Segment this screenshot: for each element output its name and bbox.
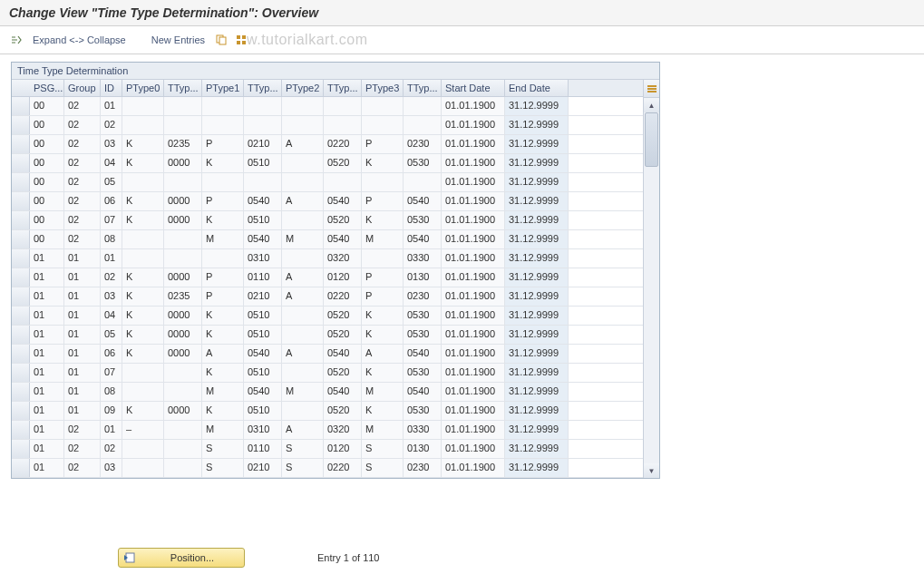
cell-psg[interactable]: 01 [30, 440, 64, 458]
cell-id[interactable]: 06 [101, 192, 122, 210]
row-selector[interactable] [12, 249, 30, 268]
cell-tt2[interactable]: 0540 [324, 383, 362, 401]
cell-sd[interactable]: 01.01.1900 [442, 383, 505, 401]
cell-tt3[interactable]: 0530 [404, 402, 442, 420]
cell-tt0[interactable] [164, 440, 202, 458]
cell-sd[interactable]: 01.01.1900 [442, 211, 505, 229]
cell-pt3[interactable]: M [362, 230, 404, 248]
cell-tt2[interactable]: 0520 [324, 402, 362, 420]
cell-tt3[interactable] [404, 116, 442, 134]
cell-sd[interactable]: 01.01.1900 [442, 364, 505, 382]
cell-group[interactable]: 01 [64, 402, 101, 420]
cell-pt3[interactable]: S [362, 440, 404, 458]
cell-tt2[interactable] [324, 173, 362, 191]
cell-psg[interactable]: 01 [30, 402, 64, 420]
cell-psg[interactable]: 00 [30, 192, 64, 210]
cell-pt1[interactable]: K [202, 211, 244, 229]
cell-group[interactable]: 01 [64, 326, 101, 344]
cell-ed[interactable]: 31.12.9999 [505, 383, 569, 401]
cell-ed[interactable]: 31.12.9999 [505, 211, 569, 229]
row-selector[interactable] [12, 459, 30, 477]
cell-pt3[interactable]: K [362, 154, 404, 172]
cell-tt0[interactable]: 0000 [164, 192, 202, 210]
cell-pt0[interactable] [122, 364, 164, 382]
cell-pt1[interactable]: P [202, 135, 244, 153]
cell-tt2[interactable]: 0220 [324, 287, 362, 306]
cell-tt1[interactable]: 0210 [244, 287, 282, 306]
col-ptype3[interactable]: PType3 [362, 80, 404, 96]
cell-pt0[interactable]: K [122, 135, 164, 153]
cell-tt1[interactable]: 0540 [244, 192, 282, 210]
cell-tt0[interactable]: 0000 [164, 345, 202, 363]
cell-pt3[interactable]: A [362, 345, 404, 363]
cell-pt3[interactable] [362, 249, 404, 268]
cell-pt0[interactable] [122, 116, 164, 134]
cell-tt1[interactable]: 0510 [244, 364, 282, 382]
cell-group[interactable]: 02 [64, 173, 101, 191]
cell-pt3[interactable]: K [362, 326, 404, 344]
cell-id[interactable]: 08 [101, 383, 122, 401]
cell-pt0[interactable] [122, 173, 164, 191]
row-selector[interactable] [12, 116, 30, 134]
cell-pt0[interactable]: K [122, 345, 164, 363]
column-config-icon[interactable] [644, 80, 659, 98]
cell-tt3[interactable]: 0530 [404, 307, 442, 325]
row-selector[interactable] [12, 364, 30, 382]
cell-pt3[interactable] [362, 97, 404, 115]
col-ttype1[interactable]: TTyp... [244, 80, 282, 96]
cell-pt2[interactable]: M [282, 230, 324, 248]
cell-pt2[interactable]: A [282, 192, 324, 210]
cell-tt3[interactable]: 0130 [404, 440, 442, 458]
cell-tt2[interactable]: 0120 [324, 440, 362, 458]
position-button[interactable]: Position... [118, 548, 245, 568]
cell-pt0[interactable] [122, 249, 164, 268]
cell-tt1[interactable]: 0510 [244, 326, 282, 344]
cell-tt3[interactable]: 0230 [404, 459, 442, 477]
cell-pt0[interactable]: K [122, 326, 164, 344]
cell-psg[interactable]: 00 [30, 97, 64, 115]
row-selector[interactable] [12, 154, 30, 172]
cell-tt0[interactable] [164, 364, 202, 382]
cell-tt3[interactable]: 0530 [404, 326, 442, 344]
cell-tt1[interactable]: 0540 [244, 230, 282, 248]
cell-pt3[interactable]: K [362, 307, 404, 325]
cell-pt2[interactable] [282, 116, 324, 134]
cell-tt1[interactable] [244, 173, 282, 191]
cell-id[interactable]: 03 [101, 135, 122, 153]
cell-tt1[interactable]: 0510 [244, 211, 282, 229]
cell-tt1[interactable]: 0210 [244, 135, 282, 153]
cell-ed[interactable]: 31.12.9999 [505, 440, 569, 458]
cell-pt1[interactable]: K [202, 307, 244, 325]
cell-group[interactable]: 01 [64, 249, 101, 268]
cell-ed[interactable]: 31.12.9999 [505, 459, 569, 477]
cell-id[interactable]: 09 [101, 402, 122, 420]
cell-tt2[interactable]: 0520 [324, 154, 362, 172]
cell-pt2[interactable]: A [282, 287, 324, 306]
cell-tt3[interactable]: 0530 [404, 364, 442, 382]
cell-id[interactable]: 06 [101, 345, 122, 363]
cell-pt3[interactable] [362, 173, 404, 191]
cell-group[interactable]: 02 [64, 154, 101, 172]
cell-pt2[interactable]: A [282, 421, 324, 439]
cell-group[interactable]: 02 [64, 192, 101, 210]
cell-group[interactable]: 02 [64, 211, 101, 229]
cell-pt2[interactable]: A [282, 268, 324, 287]
cell-pt1[interactable]: P [202, 287, 244, 306]
cell-group[interactable]: 01 [64, 287, 101, 306]
cell-tt0[interactable] [164, 116, 202, 134]
cell-tt0[interactable]: 0000 [164, 402, 202, 420]
cell-id[interactable]: 07 [101, 211, 122, 229]
cell-pt0[interactable] [122, 440, 164, 458]
cell-id[interactable]: 05 [101, 326, 122, 344]
cell-tt3[interactable]: 0330 [404, 249, 442, 268]
cell-tt3[interactable]: 0540 [404, 192, 442, 210]
cell-id[interactable]: 04 [101, 307, 122, 325]
cell-tt0[interactable] [164, 173, 202, 191]
cell-ed[interactable]: 31.12.9999 [505, 116, 569, 134]
cell-pt0[interactable]: K [122, 268, 164, 287]
cell-ed[interactable]: 31.12.9999 [505, 154, 569, 172]
cell-tt3[interactable] [404, 97, 442, 115]
row-selector[interactable] [12, 440, 30, 458]
expand-collapse-button[interactable]: Expand <-> Collapse [29, 34, 130, 45]
cell-id[interactable]: 07 [101, 364, 122, 382]
